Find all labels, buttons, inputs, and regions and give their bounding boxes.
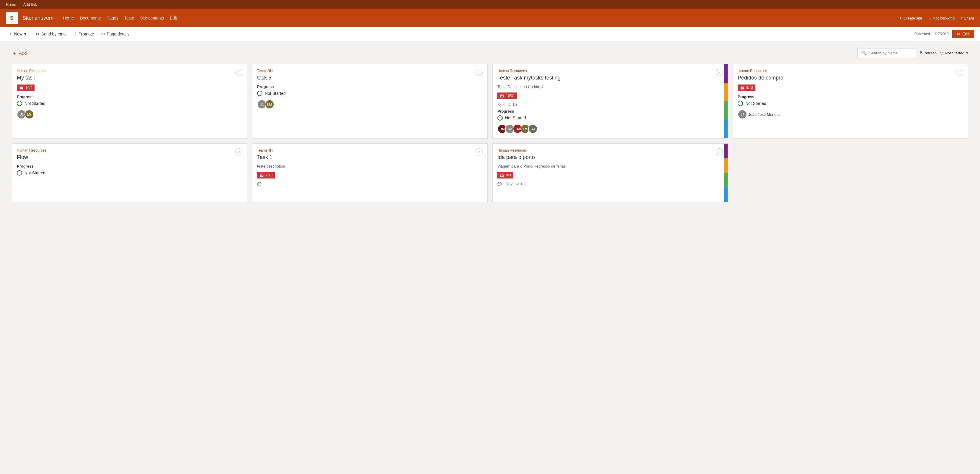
card-category: Human Resources — [17, 148, 242, 153]
date-badge: 📅9/18 — [738, 85, 756, 91]
share-icon: ⤴ — [961, 16, 963, 21]
card-category: TeamsRH — [257, 69, 483, 73]
page-details-button[interactable]: ⚙ Page details — [99, 30, 132, 38]
card-check-button[interactable]: ✓ — [716, 148, 723, 155]
card-check-button[interactable]: ✓ — [956, 69, 963, 76]
edit-button[interactable]: ✏ Edit — [952, 30, 974, 38]
card-category: Human Resources — [738, 69, 963, 73]
topnav-home[interactable]: Home — [6, 2, 16, 7]
nav-pages[interactable]: Pages — [107, 16, 118, 21]
search-input[interactable] — [869, 51, 912, 55]
cards-grid: ✓Human ResourcesMy task📅10/4Progress Not… — [12, 64, 968, 203]
filter-button[interactable]: ▽ Not Started ▾ — [940, 51, 968, 55]
top-nav: Home Add link — [0, 0, 980, 9]
site-nav: Home Documents Pages Teste Site contents… — [63, 16, 899, 21]
progress-circle-icon — [497, 115, 503, 121]
site-header: S Sitenanuvem Home Documents Pages Teste… — [0, 9, 980, 27]
bar-segment — [724, 120, 728, 138]
promote-icon: ⤴ — [75, 32, 77, 36]
star-icon: ☆ — [928, 16, 932, 21]
avatar: LM — [265, 100, 274, 109]
progress-label: Progress — [257, 85, 483, 89]
progress-status: Not Started — [257, 91, 483, 96]
card-check-button[interactable]: ✓ — [476, 69, 483, 76]
avatars: RMU2TMLMU3 — [497, 124, 722, 134]
gear-icon: ⚙ — [101, 32, 105, 36]
date-badge: 📅9/18 — [257, 172, 275, 179]
task-card: ✓Human ResourcesMy task📅10/4Progress Not… — [12, 64, 247, 139]
card-check-button[interactable]: ✓ — [716, 69, 723, 76]
bar-segment — [724, 101, 728, 120]
progress-status: Not Started — [738, 101, 963, 106]
nav-site-contents[interactable]: Site contents — [140, 16, 164, 21]
toolbar: ＋ New ▾ ✉ Send by email ⤴ Promote ⚙ Page… — [0, 27, 980, 41]
progress-status: Not Started — [17, 101, 242, 106]
comment-icon: 💬 — [497, 182, 502, 186]
calendar-icon: 📅 — [500, 94, 504, 98]
bar-segment — [724, 64, 728, 83]
avatar: JJ — [738, 110, 747, 119]
card-check-button[interactable]: ✓ — [235, 148, 242, 155]
attachment-icon: 📎 4 — [497, 102, 505, 107]
card-check-button[interactable]: ✓ — [235, 69, 242, 76]
nav-edit[interactable]: Edit — [170, 16, 177, 21]
date-badge: 📅10/31 — [497, 93, 517, 99]
card-title: Task 1 — [257, 154, 483, 160]
card-category: Human Resources — [497, 148, 722, 153]
email-icon: ✉ — [36, 32, 40, 36]
plus-icon: ＋ — [12, 49, 17, 57]
create-site-link[interactable]: ＋ Create site — [899, 15, 922, 21]
avatars: JJJoão José Mendes — [738, 110, 963, 119]
main-content: ＋ Add 🔍 ↻ refresh ▽ Not Started ▾ ✓Human… — [0, 41, 980, 209]
card-title: task 5 — [257, 75, 483, 81]
site-name: Sitenanuvem — [22, 15, 53, 21]
send-by-email-button[interactable]: ✉ Send by email — [33, 30, 70, 38]
card-category: TeamsRH — [257, 148, 483, 153]
nav-documents[interactable]: Documents — [80, 16, 101, 21]
card-title: My task — [17, 75, 242, 81]
share-link[interactable]: ⤴ Share — [961, 16, 974, 21]
plus-icon: ＋ — [899, 15, 902, 21]
refresh-icon: ↻ — [920, 50, 924, 56]
card-title: Flow — [17, 154, 242, 160]
promote-button[interactable]: ⤴ Promote — [72, 30, 97, 38]
card-meta: 💬 📎 2☑ 1/3 — [497, 182, 722, 186]
filter-icon: ▽ — [940, 51, 943, 55]
avatar: U3 — [528, 124, 538, 134]
toolbar-right: Published 11/17/2019 ✏ Edit — [915, 30, 974, 38]
check-icon: ☑ 1/3 — [508, 102, 517, 107]
card-meta: 📎 4☑ 1/3 — [497, 102, 722, 107]
calendar-icon: 📅 — [500, 173, 504, 177]
progress-circle-icon — [257, 91, 262, 96]
card-description: Teste Description Update 4 — [497, 85, 722, 89]
progress-status: Not Started — [497, 115, 722, 121]
progress-value: Not Started — [265, 91, 286, 96]
progress-label: Progress — [17, 94, 242, 99]
new-button[interactable]: ＋ New ▾ — [6, 30, 29, 38]
card-meta: 💬 — [257, 182, 483, 186]
task-card: ✓Human ResourcesFlowProgress Not Started — [12, 143, 247, 203]
card-check-button[interactable]: ✓ — [476, 148, 483, 155]
calendar-icon: 📅 — [740, 86, 745, 90]
calendar-icon: 📅 — [259, 173, 264, 177]
nav-teste[interactable]: Teste — [124, 16, 134, 21]
progress-status: Not Started — [17, 170, 242, 176]
add-button[interactable]: ＋ Add — [12, 49, 27, 57]
priority-bars — [724, 144, 728, 202]
task-card: ✓TeamsRHTask 1teste description📅9/18💬 — [252, 143, 488, 203]
chevron-down-icon: ▾ — [24, 32, 26, 36]
divider — [31, 31, 31, 37]
topnav-addlink[interactable]: Add link — [23, 2, 37, 7]
not-following-link[interactable]: ☆ Not following — [928, 16, 955, 21]
avatar-name: João José Mendes — [748, 112, 780, 117]
chevron-down-icon: ▾ — [966, 51, 968, 55]
published-text: Published 11/17/2019 — [915, 32, 949, 36]
progress-value: Not Started — [24, 101, 45, 106]
card-category: Human Resources — [497, 69, 722, 73]
progress-label: Progress — [738, 94, 963, 99]
site-header-right: ＋ Create site ☆ Not following ⤴ Share — [899, 15, 974, 21]
progress-value: Not Started — [745, 101, 766, 106]
nav-home[interactable]: Home — [63, 16, 74, 21]
refresh-button[interactable]: ↻ refresh — [920, 50, 937, 56]
task-card: ✓Human ResourcesPedidos de compra📅9/18Pr… — [733, 64, 968, 139]
